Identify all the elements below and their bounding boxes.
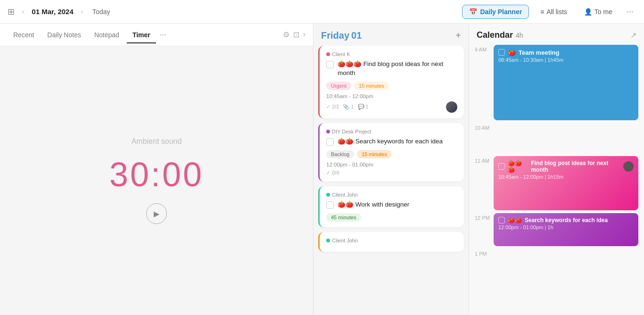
time-label-1pm: 1 PM (475, 249, 494, 257)
task-checkbox[interactable] (326, 61, 334, 68)
checklist-icon: ✓ 2/2 (326, 104, 339, 110)
time-content-10am (494, 123, 638, 156)
expand-icon[interactable]: ⊡ (293, 30, 299, 39)
task-project: DIY Desk Project (326, 129, 457, 134)
event-emoji: 🍅 (508, 49, 516, 56)
event-emojis: 🍅🍅 (508, 217, 522, 224)
expand-calendar-icon[interactable]: ↗ (630, 31, 636, 40)
time-row-1pm: 1 PM (475, 249, 638, 282)
task-project: Client John (326, 238, 457, 243)
settings-icon[interactable]: ⚙ (283, 30, 289, 39)
task-time: 12:00pm - 01:00pm (326, 162, 457, 167)
add-task-button[interactable]: + (455, 30, 461, 41)
right-header: Calendar 4h ↗ (469, 24, 644, 45)
tab-more-dots[interactable]: ··· (160, 31, 166, 39)
task-project: Client John (326, 192, 457, 198)
task-tags: Backlog 15 minutes (326, 150, 457, 158)
task-emojis: 🍅🍅 (338, 138, 355, 145)
tab-daily-notes[interactable]: Daily Notes (41, 26, 87, 43)
play-icon: ▶ (154, 209, 159, 218)
chevron-right-icon[interactable]: › (303, 30, 305, 39)
daily-planner-button[interactable]: 📅 Daily Planner (462, 5, 529, 19)
left-tab-bar: Recent Daily Notes Notepad Timer ··· ⚙ ⊡… (0, 24, 313, 46)
task-card: Client John 🍅🍅 Work with designer 45 min… (318, 186, 464, 227)
task-emojis: 🍅🍅🍅 (338, 60, 363, 67)
task-emojis: 🍅🍅 (338, 201, 355, 208)
event-checkbox[interactable] (498, 49, 505, 56)
play-button[interactable]: ▶ (146, 203, 167, 224)
calendar-event-blog[interactable]: 🍅🍅🍅 Find blog post ideas for next month … (494, 156, 638, 210)
time-content-12pm: 🍅🍅 Search keywords for each idea 12:00pm… (494, 213, 638, 249)
middle-panel: Friday 01 + Client K 🍅🍅🍅 Find blog post … (314, 24, 469, 315)
all-lists-button[interactable]: ≡ All lists (535, 5, 573, 18)
project-dot (326, 130, 330, 133)
project-dot (326, 52, 330, 56)
task-tags: 45 minutes (326, 213, 457, 222)
day-label: Friday (321, 30, 349, 41)
nav-more-dots[interactable]: ··· (624, 7, 636, 17)
tag-15min[interactable]: 15 minutes (357, 150, 392, 158)
event-subtitle: 10:45am - 12:00pm | 1h15m (498, 174, 634, 180)
left-panel: Recent Daily Notes Notepad Timer ··· ⚙ ⊡… (0, 24, 314, 315)
event-emojis: 🍅🍅🍅 (508, 160, 528, 173)
event-subtitle: 08:45am - 10:30am | 1h45m (498, 57, 634, 63)
tab-notepad[interactable]: Notepad (89, 26, 125, 43)
top-nav: ⊞ ‹ 01 Mar, 2024 › Today 📅 Daily Planner… (0, 0, 644, 24)
person-icon: 👤 (584, 8, 592, 16)
time-label-12pm: 12 PM (475, 213, 494, 221)
time-content-1pm (494, 249, 638, 282)
tag-45min[interactable]: 45 minutes (326, 213, 361, 222)
time-label-9am: 9 AM (475, 45, 494, 52)
task-card: Client John (318, 232, 464, 252)
calendar-event-team-meeting[interactable]: 🍅 Team meeting 08:45am - 10:30am | 1h45m (494, 45, 638, 120)
nav-today[interactable]: Today (92, 8, 110, 16)
time-row-10am: 10 AM (475, 123, 638, 156)
ambient-sound-label: Ambient sound (132, 137, 182, 146)
task-card: DIY Desk Project 🍅🍅 Search keywords for … (318, 123, 464, 182)
tag-urgent[interactable]: Urgent (326, 82, 351, 90)
list-icon: ≡ (540, 8, 544, 16)
project-dot (326, 193, 330, 197)
time-row-9am: 9 AM 🍅 Team meeting 08:45am - 10:30am | … (475, 45, 638, 123)
to-me-button[interactable]: 👤 To me (578, 5, 618, 18)
task-time: 10:45am - 12:00pm (326, 93, 457, 99)
project-dot (326, 239, 330, 242)
event-checkbox[interactable] (498, 217, 505, 224)
task-tags: Urgent 15 minutes (326, 82, 457, 90)
time-row-12pm: 12 PM 🍅🍅 Search keywords for each idea 1… (475, 213, 638, 249)
middle-header: Friday 01 + (314, 24, 469, 46)
nav-prev-arrow[interactable]: ‹ (20, 6, 26, 17)
checklist-icon: ✓ 0/4 (326, 170, 339, 176)
calendar-title: Calendar (477, 30, 513, 40)
event-avatar (623, 161, 634, 172)
calendar-hours: 4h (516, 32, 523, 39)
date-number: 01 (351, 30, 362, 41)
event-title: Team meeting (519, 49, 559, 56)
tab-timer[interactable]: Timer (127, 26, 156, 43)
event-title: Find blog post ideas for next month (531, 160, 623, 173)
comment-icon: 💬 1 (358, 104, 369, 110)
event-title: Search keywords for each idea (525, 217, 608, 224)
task-title: 🍅🍅 Search keywords for each idea (338, 137, 443, 146)
task-avatar (446, 101, 457, 113)
task-meta: ✓ 0/4 (326, 170, 457, 176)
task-checkbox[interactable] (326, 138, 334, 146)
task-checkbox[interactable] (326, 201, 334, 209)
nav-next-arrow[interactable]: › (79, 6, 85, 17)
tag-15min[interactable]: 15 minutes (354, 82, 389, 90)
task-list: Client K 🍅🍅🍅 Find blog post ideas for ne… (314, 46, 469, 315)
calendar-event-search[interactable]: 🍅🍅 Search keywords for each idea 12:00pm… (494, 213, 638, 246)
time-label-11am: 11 AM (475, 156, 494, 164)
main-container: Recent Daily Notes Notepad Timer ··· ⚙ ⊡… (0, 24, 644, 315)
task-title: 🍅🍅🍅 Find blog post ideas for next month (338, 60, 457, 78)
task-title: 🍅🍅 Work with designer (338, 200, 409, 209)
task-card: Client K 🍅🍅🍅 Find blog post ideas for ne… (318, 46, 464, 118)
tag-backlog[interactable]: Backlog (326, 150, 354, 158)
tab-recent[interactable]: Recent (8, 26, 40, 43)
event-checkbox[interactable] (498, 163, 505, 170)
sidebar-toggle-icon[interactable]: ⊞ (8, 7, 15, 17)
time-label-10am: 10 AM (475, 123, 494, 131)
time-content-9am: 🍅 Team meeting 08:45am - 10:30am | 1h45m (494, 45, 638, 123)
attachment-icon: 📎 1 (343, 104, 354, 110)
calendar-body: 9 AM 🍅 Team meeting 08:45am - 10:30am | … (469, 45, 644, 315)
